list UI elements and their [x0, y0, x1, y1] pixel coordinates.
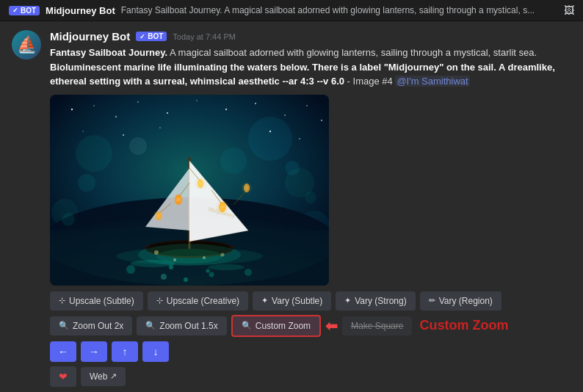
sparkle-icon: ✦ — [261, 296, 268, 305]
svg-point-29 — [208, 264, 245, 270]
zoom-icon-2: 🔍 — [145, 321, 156, 330]
top-bar-bot-name: Midjourney Bot — [46, 5, 115, 16]
external-link-icon: ↗ — [110, 371, 117, 381]
sparkle2-icon: ✦ — [344, 296, 351, 305]
prompt-detail: Bioluminescent marine life illuminating … — [50, 62, 555, 87]
upscale-creative-button[interactable]: ⊹ Upscale (Creative) — [148, 291, 248, 311]
image-num: - Image #4 — [347, 76, 393, 87]
avatar-sailboat-icon: ⛵ — [17, 35, 37, 54]
sailboat-scene-svg: Midjourney — [50, 95, 329, 286]
svg-point-11 — [321, 119, 322, 120]
arrow-down-icon: ↓ — [153, 346, 159, 357]
svg-point-4 — [137, 101, 139, 103]
make-square-button[interactable]: Make Square — [342, 316, 412, 335]
svg-point-32 — [161, 274, 167, 280]
svg-point-8 — [255, 103, 256, 104]
heart-button[interactable]: ❤ — [50, 366, 76, 387]
svg-point-62 — [78, 174, 95, 192]
svg-point-65 — [62, 213, 75, 226]
highlight-arrow-icon: ⬅ — [325, 317, 338, 335]
svg-point-23 — [129, 137, 147, 155]
pencil-icon: ✏ — [429, 296, 435, 305]
svg-point-13 — [123, 134, 124, 136]
bottom-row: ❤ Web ↗ — [50, 366, 571, 387]
svg-point-2 — [93, 105, 95, 106]
arrow-right-button[interactable]: → — [81, 341, 107, 362]
vary-strong-button[interactable]: ✦ Vary (Strong) — [336, 291, 415, 311]
svg-point-56 — [154, 250, 159, 255]
svg-point-7 — [225, 108, 227, 109]
svg-point-57 — [221, 253, 225, 256]
svg-point-44 — [215, 200, 230, 214]
svg-point-41 — [173, 194, 184, 206]
svg-point-1 — [71, 108, 73, 109]
svg-point-10 — [306, 105, 308, 106]
svg-point-18 — [248, 117, 292, 161]
avatar: ⛵ — [12, 30, 41, 59]
svg-point-50 — [241, 182, 253, 194]
svg-point-30 — [126, 265, 135, 274]
arrow-down-button[interactable]: ↓ — [142, 341, 169, 362]
svg-point-9 — [284, 115, 286, 116]
svg-point-17 — [76, 135, 112, 172]
svg-point-3 — [115, 116, 117, 117]
zoom-out-15x-button[interactable]: 🔍 Zoom Out 1.5x — [137, 316, 226, 335]
expand2-icon: ⊹ — [156, 296, 163, 305]
zoom-out-2x-button[interactable]: 🔍 Zoom Out 2x — [50, 316, 132, 335]
custom-zoom-highlight-label: Custom Zoom — [419, 318, 508, 333]
svg-point-64 — [305, 192, 316, 203]
svg-point-55 — [156, 249, 222, 264]
arrows-row: ← → ↑ ↓ — [50, 341, 571, 362]
heart-icon: ❤ — [59, 371, 68, 382]
svg-point-34 — [184, 277, 188, 282]
custom-zoom-button[interactable]: 🔍 Custom Zoom — [231, 315, 321, 337]
message-header: Midjourney Bot ✓ BOT Today at 7:44 PM — [50, 30, 571, 43]
buttons-row-1: ⊹ Upscale (Subtle) ⊹ Upscale (Creative) … — [50, 291, 571, 311]
arrow-right-icon: → — [89, 346, 99, 357]
checkmark-icon: ✓ — [12, 7, 18, 14]
top-notification-bar: ✓ BOT Midjourney Bot Fantasy Sailboat Jo… — [0, 0, 583, 21]
top-bar-prompt-text: Fantasy Sailboat Journey. A magical sail… — [121, 5, 535, 15]
arrow-up-button[interactable]: ↑ — [112, 341, 138, 362]
svg-point-31 — [245, 269, 252, 276]
upscale-subtle-button[interactable]: ⊹ Upscale (Subtle) — [50, 291, 143, 311]
svg-point-58 — [173, 258, 176, 261]
arrow-up-icon: ↑ — [123, 346, 128, 357]
mention[interactable]: @I'm Samithiwat — [395, 76, 469, 87]
expand-icon: ⊹ — [59, 296, 65, 305]
message-content: Midjourney Bot ✓ BOT Today at 7:44 PM Fa… — [50, 30, 571, 387]
svg-point-5 — [167, 112, 168, 113]
checkmark-icon-2: ✓ — [140, 33, 145, 40]
zoom-icon-1: 🔍 — [59, 321, 69, 330]
svg-point-59 — [203, 256, 206, 259]
vary-subtle-button[interactable]: ✦ Vary (Subtle) — [253, 291, 331, 311]
zoom-icon-3: 🔍 — [242, 321, 252, 330]
svg-point-12 — [82, 131, 83, 131]
top-bar-bot-badge: ✓ BOT — [9, 6, 40, 15]
svg-point-6 — [196, 100, 197, 101]
svg-point-14 — [159, 127, 161, 128]
prompt-title: Fantasy Sailboat Journey. — [50, 47, 167, 58]
buttons-row-2: 🔍 Zoom Out 2x 🔍 Zoom Out 1.5x 🔍 Custom Z… — [50, 315, 571, 337]
svg-point-24 — [220, 148, 247, 174]
svg-point-60 — [169, 265, 173, 269]
message-timestamp: Today at 7:44 PM — [173, 32, 236, 41]
message-area: ⛵ Midjourney Bot ✓ BOT Today at 7:44 PM … — [0, 21, 583, 392]
vary-region-button[interactable]: ✏ Vary (Region) — [420, 291, 501, 311]
svg-point-33 — [209, 272, 214, 277]
username: Midjourney Bot — [50, 30, 130, 43]
web-label: Web — [90, 371, 107, 382]
svg-point-16 — [299, 138, 300, 139]
svg-point-61 — [206, 269, 210, 272]
svg-point-53 — [153, 210, 164, 222]
generated-image[interactable]: Midjourney — [50, 95, 329, 286]
svg-point-47 — [194, 177, 207, 190]
bot-badge: ✓ BOT — [136, 32, 167, 41]
arrow-left-icon: ← — [58, 346, 68, 357]
arrow-left-button[interactable]: ← — [50, 341, 76, 362]
top-bar-image-icon: 🖼 — [564, 4, 574, 16]
web-button[interactable]: Web ↗ — [81, 367, 126, 386]
message-text: Fantasy Sailboat Journey. A magical sail… — [50, 46, 571, 89]
svg-point-63 — [285, 161, 300, 175]
